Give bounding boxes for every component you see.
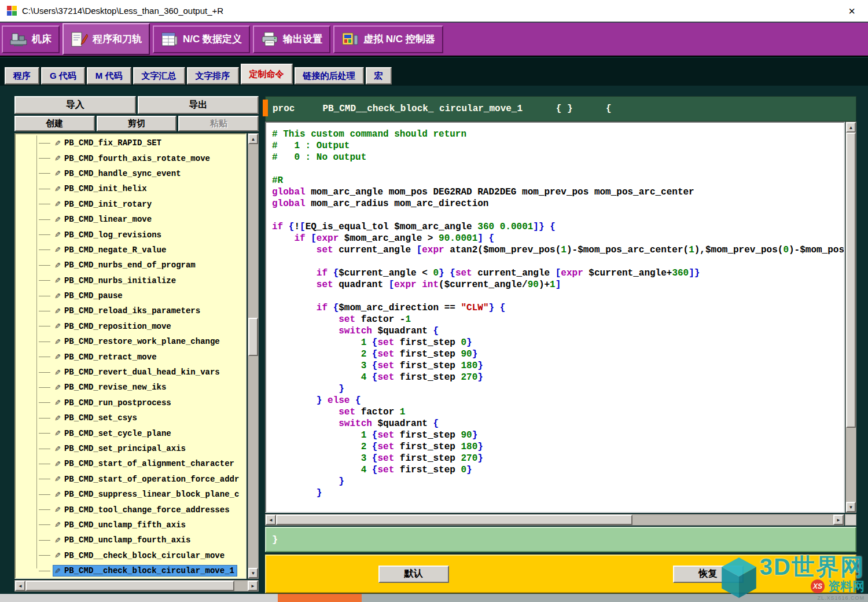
tree-item[interactable]: ✎PB_CMD_log_revisions bbox=[16, 227, 245, 242]
tree-item[interactable]: ✎PB_CMD_init_helix bbox=[16, 181, 245, 196]
tree-scroll-down-arrow[interactable]: ▼ bbox=[248, 568, 258, 578]
main-tab-label: 机床 bbox=[32, 32, 52, 46]
tree-item[interactable]: ✎PB_CMD_start_of_alignment_character bbox=[16, 456, 245, 471]
editor-scroll-up-arrow[interactable]: ▲ bbox=[846, 122, 856, 133]
code-line: #R bbox=[272, 175, 844, 186]
tree-hscroll-track[interactable] bbox=[25, 581, 248, 591]
tree-scroll-right-arrow[interactable]: ► bbox=[248, 581, 258, 591]
sub-tab-label: G 代码 bbox=[50, 71, 76, 82]
tree-item[interactable]: ✎PB_CMD_set_principal_axis bbox=[16, 441, 245, 456]
code-line: global mom_arc_radius mom_arc_direction bbox=[272, 198, 844, 210]
tree-item[interactable]: ✎PB_CMD_init_rotary bbox=[16, 197, 245, 212]
tree-item[interactable]: ✎PB_CMD__check_block_circular_move_1 bbox=[16, 563, 245, 578]
tree-item[interactable]: ✎PB_CMD_revise_new_iks bbox=[16, 380, 245, 395]
export-button[interactable]: 导出 bbox=[138, 96, 259, 114]
sub-tab-linked-post[interactable]: 链接的后处理 bbox=[295, 67, 364, 85]
tree-item[interactable]: ✎PB_CMD_revert_dual_head_kin_vars bbox=[16, 365, 245, 380]
tree-item[interactable]: ✎PB_CMD_fourth_axis_rotate_move bbox=[16, 150, 245, 166]
orange-marker bbox=[263, 100, 268, 116]
tree-item[interactable]: ✎PB_CMD_set_cycle_plane bbox=[16, 425, 245, 441]
tree-branch-line bbox=[39, 280, 50, 281]
tree-item[interactable]: ✎PB_CMD_restore_work_plane_change bbox=[16, 334, 245, 349]
code-editor[interactable]: # This custom command should return# 1 :… bbox=[265, 122, 845, 513]
tree-item[interactable]: ✎PB_CMD_retract_move bbox=[16, 349, 245, 364]
restore-button[interactable]: 恢复 bbox=[673, 566, 744, 583]
editor-vertical-scrollbar[interactable]: ▲ ▼ bbox=[845, 122, 856, 513]
tree-item-label: PB_CMD_fourth_axis_rotate_move bbox=[64, 154, 210, 163]
code-line: if {$current_angle < 0} {set current_ang… bbox=[272, 267, 844, 279]
tree-branch-line bbox=[39, 342, 50, 342]
main-tab-machine-tool[interactable]: 机床 bbox=[2, 25, 60, 53]
code-line: 4 {set first_step 0} bbox=[272, 464, 844, 476]
tree-item[interactable]: ✎PB_CMD_reload_iks_parameters bbox=[16, 303, 245, 318]
tree-item[interactable]: ✎PB_CMD_nurbs_initialize bbox=[16, 273, 245, 288]
editor-scroll-right-arrow[interactable]: ► bbox=[833, 515, 844, 525]
tree-horizontal-scrollbar[interactable]: ◄ ► bbox=[14, 580, 259, 592]
main-tab-output-settings[interactable]: 输出设置 bbox=[253, 25, 330, 53]
tree-item[interactable]: ✎PB_CMD_pause bbox=[16, 288, 245, 303]
tree-item[interactable]: ✎PB_CMD_unclamp_fifth_axis bbox=[16, 517, 245, 533]
tree-item[interactable]: ✎PB_CMD_negate_R_value bbox=[16, 243, 245, 258]
tree-branch-line bbox=[39, 234, 50, 235]
tree-scroll-left-arrow[interactable]: ◄ bbox=[15, 581, 25, 591]
main-tab-nc-data-definition[interactable]: N/C 数据定义 bbox=[153, 25, 250, 53]
default-button[interactable]: 默认 bbox=[378, 566, 449, 583]
editor-scroll-down-arrow[interactable]: ▼ bbox=[846, 502, 856, 512]
tree-item[interactable]: ✎PB_CMD_fix_RAPID_SET bbox=[16, 135, 245, 150]
main-tab-virtual-nc-controller[interactable]: 虚拟 N/C 控制器 bbox=[333, 25, 443, 53]
tree-item[interactable]: ✎PB_CMD__check_block_circular_move bbox=[16, 548, 245, 563]
sub-tab-program[interactable]: 程序 bbox=[5, 67, 39, 85]
sub-tab-g-code[interactable]: G 代码 bbox=[41, 67, 85, 85]
tree-item[interactable]: ✎PB_CMD_nurbs_end_of_program bbox=[16, 258, 245, 273]
tree-scroll-up-arrow[interactable]: ▲ bbox=[248, 134, 258, 144]
tree-item[interactable]: ✎PB_CMD_start_of_operation_force_addr bbox=[16, 472, 245, 487]
tree-item-label: PB_CMD_unclamp_fourth_axis bbox=[64, 535, 190, 545]
command-tree[interactable]: ✎PB_CMD_fix_RAPID_SET✎PB_CMD_fourth_axis… bbox=[14, 133, 247, 579]
create-button[interactable]: 创建 bbox=[14, 116, 95, 131]
sub-tab-word-summary[interactable]: 文字汇总 bbox=[133, 67, 185, 85]
sub-tab-label: M 代码 bbox=[95, 71, 123, 82]
tree-item[interactable]: ✎PB_CMD_tool_change_force_addresses bbox=[16, 502, 245, 517]
editor-hscroll-track[interactable] bbox=[276, 515, 833, 525]
tree-hscroll-thumb[interactable] bbox=[25, 581, 234, 591]
tree-item[interactable]: ✎PB_CMD_reposition_move bbox=[16, 319, 245, 334]
tree-item-label: PB_CMD_revise_new_iks bbox=[64, 383, 166, 392]
custom-command-icon: ✎ bbox=[54, 261, 61, 270]
tree-item-label: PB_CMD_suppress_linear_block_plane_c bbox=[64, 490, 239, 499]
sub-tab-macro[interactable]: 宏 bbox=[366, 67, 392, 85]
editor-hscroll-thumb[interactable] bbox=[276, 515, 632, 525]
editor-horizontal-scrollbar[interactable]: ◄ ► bbox=[265, 514, 844, 526]
tree-scroll-track[interactable] bbox=[248, 144, 258, 568]
main-tab-label: 虚拟 N/C 控制器 bbox=[363, 32, 435, 46]
code-line: switch $quadrant { bbox=[272, 418, 844, 430]
tree-item[interactable]: ✎PB_CMD_run_postprocess bbox=[16, 395, 245, 410]
custom-command-icon: ✎ bbox=[54, 429, 61, 438]
tree-vertical-scrollbar[interactable]: ▲ ▼ bbox=[248, 133, 259, 579]
import-button[interactable]: 导入 bbox=[14, 96, 136, 114]
tree-branch-line bbox=[39, 158, 50, 159]
tree-item-label: PB_CMD_restore_work_plane_change bbox=[64, 337, 220, 346]
tree-item[interactable]: ✎PB_CMD_suppress_linear_block_plane_c bbox=[16, 487, 245, 502]
editor-scroll-thumb[interactable] bbox=[846, 133, 856, 428]
main-tab-program-toolpath[interactable]: 程序和刀轨 bbox=[62, 23, 150, 55]
cut-button[interactable]: 剪切 bbox=[97, 116, 177, 131]
tree-branch-line bbox=[39, 357, 50, 357]
close-button[interactable]: × bbox=[843, 5, 861, 17]
code-line: 2 {set first_step 180} bbox=[272, 441, 844, 453]
editor-scroll-left-arrow[interactable]: ◄ bbox=[266, 515, 276, 525]
editor-scroll-track[interactable] bbox=[846, 133, 856, 502]
sub-tab-word-sequencing[interactable]: 文字排序 bbox=[187, 67, 239, 85]
custom-command-icon: ✎ bbox=[54, 245, 61, 254]
tree-item[interactable]: ✎PB_CMD_unclamp_fourth_axis bbox=[16, 533, 245, 548]
sub-tab-custom-command[interactable]: 定制命令 bbox=[241, 64, 293, 85]
tree-scroll-thumb[interactable] bbox=[248, 318, 258, 356]
tree-item[interactable]: ✎PB_CMD_set_csys bbox=[16, 410, 245, 425]
tree-item[interactable]: ✎PB_CMD_handle_sync_event bbox=[16, 166, 245, 181]
tree-branch-line bbox=[39, 555, 50, 556]
sub-tab-m-code[interactable]: M 代码 bbox=[87, 67, 131, 85]
code-line: set factor -1 bbox=[272, 314, 844, 325]
tree-item[interactable]: ✎PB_CMD_linear_move bbox=[16, 212, 245, 227]
custom-command-panel: 导入 导出 创建 剪切 粘贴 ✎PB_CMD_fix_RAPID_SET✎PB_… bbox=[14, 96, 259, 592]
tree-item-label: PB_CMD_revert_dual_head_kin_vars bbox=[64, 368, 220, 377]
code-line: 3 {set first_step 270} bbox=[272, 453, 844, 464]
